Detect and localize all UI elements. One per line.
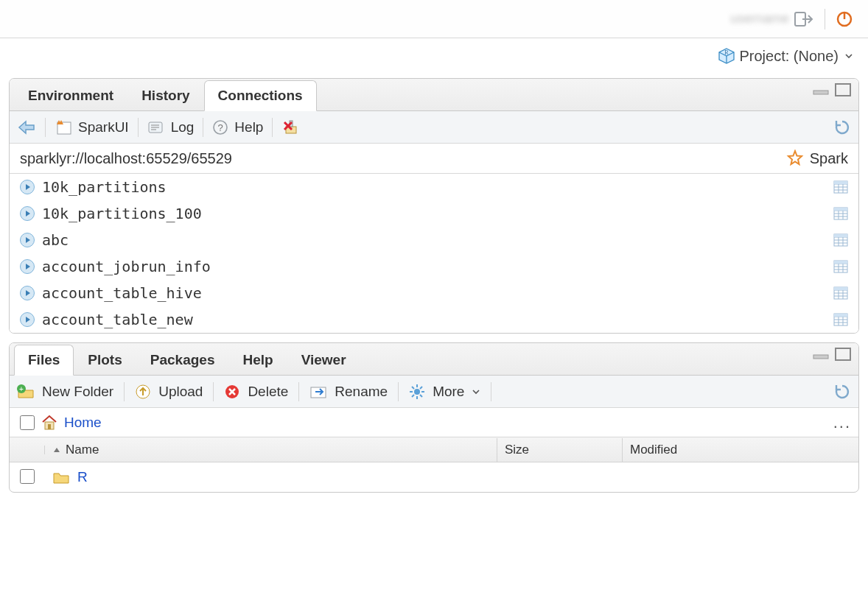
sparkui-button[interactable]: SparkUI xyxy=(78,119,129,135)
table-name: account_table_new xyxy=(42,311,833,328)
log-icon[interactable] xyxy=(147,120,165,135)
file-name-link[interactable]: R xyxy=(77,469,88,485)
svg-text:R: R xyxy=(724,49,729,56)
delete-button[interactable]: Delete xyxy=(248,384,288,400)
table-name: 10k_partitions_100 xyxy=(42,205,833,222)
home-icon[interactable] xyxy=(41,415,58,431)
sign-out-icon[interactable] xyxy=(794,10,814,28)
upload-button[interactable]: Upload xyxy=(158,384,203,400)
gear-icon[interactable] xyxy=(409,384,425,400)
table-name: account_jobrun_info xyxy=(42,258,833,275)
tab-viewer[interactable]: Viewer xyxy=(287,345,360,376)
svg-rect-62 xyxy=(836,348,850,360)
connections-table-list: 10k_partitions10k_partitions_100abcaccou… xyxy=(10,174,858,333)
svg-line-78 xyxy=(412,395,414,397)
tab-environment[interactable]: Environment xyxy=(14,80,127,111)
chevron-down-icon[interactable] xyxy=(844,52,853,60)
power-icon[interactable] xyxy=(836,10,853,28)
breadcrumb-more-icon[interactable]: ... xyxy=(833,413,851,432)
svg-rect-53 xyxy=(834,287,847,290)
new-folder-icon[interactable]: + xyxy=(17,384,35,399)
svg-line-75 xyxy=(412,387,414,389)
tab-packages[interactable]: Packages xyxy=(136,345,229,376)
select-all-checkbox[interactable] xyxy=(20,415,35,430)
column-size[interactable]: Size xyxy=(505,443,529,457)
preview-table-icon[interactable] xyxy=(833,313,848,326)
files-header: Name Size Modified xyxy=(10,437,858,462)
maximize-icon[interactable] xyxy=(835,85,851,95)
table-row[interactable]: account_table_hive xyxy=(10,280,858,306)
expand-icon[interactable] xyxy=(20,259,35,274)
username-label: username xyxy=(730,11,789,27)
project-cube-icon: R xyxy=(718,47,735,65)
files-breadcrumb: Home ... xyxy=(10,408,858,437)
upload-icon[interactable] xyxy=(135,384,151,400)
files-toolbar: + New Folder Upload Delete xyxy=(10,376,858,408)
svg-rect-61 xyxy=(813,355,828,359)
project-bar: R Project: (None) xyxy=(0,38,868,74)
column-modified[interactable]: Modified xyxy=(630,443,677,457)
file-row: R xyxy=(10,462,858,492)
chevron-down-icon[interactable] xyxy=(472,387,480,396)
breadcrumb-home[interactable]: Home xyxy=(64,415,102,431)
table-row[interactable]: account_table_new xyxy=(10,306,858,333)
table-row[interactable]: abc xyxy=(10,227,858,253)
connections-tabstrip: EnvironmentHistoryConnections xyxy=(10,79,858,111)
refresh-icon[interactable] xyxy=(833,383,851,401)
table-row[interactable]: 10k_partitions xyxy=(10,174,858,200)
tab-plots[interactable]: Plots xyxy=(74,345,136,376)
sort-asc-icon[interactable] xyxy=(52,446,61,454)
new-folder-button[interactable]: New Folder xyxy=(42,384,113,400)
connection-type-label: Spark xyxy=(810,150,848,167)
table-row[interactable]: 10k_partitions_100 xyxy=(10,200,858,227)
maximize-icon[interactable] xyxy=(835,349,851,359)
preview-table-icon[interactable] xyxy=(833,286,848,300)
preview-table-icon[interactable] xyxy=(833,260,848,273)
tab-connections[interactable]: Connections xyxy=(204,80,317,111)
expand-icon[interactable] xyxy=(20,206,35,221)
svg-rect-32 xyxy=(834,208,847,211)
expand-icon[interactable] xyxy=(20,233,35,247)
connections-toolbar: SparkUI Log ? Help xyxy=(10,111,858,144)
files-pane: FilesPlotsPackagesHelpViewer + New Folde… xyxy=(9,342,859,493)
more-button[interactable]: More xyxy=(433,384,464,400)
expand-icon[interactable] xyxy=(20,312,35,327)
refresh-icon[interactable] xyxy=(833,119,851,136)
column-name[interactable]: Name xyxy=(66,443,99,457)
svg-rect-6 xyxy=(813,91,828,94)
disconnect-icon[interactable] xyxy=(281,119,301,135)
table-row[interactable]: account_jobrun_info xyxy=(10,253,858,280)
project-label[interactable]: Project: (None) xyxy=(740,48,839,65)
minimize-icon[interactable] xyxy=(813,349,829,359)
back-arrow-icon[interactable] xyxy=(17,119,36,135)
sparkui-icon[interactable] xyxy=(55,119,72,135)
separator xyxy=(825,9,825,29)
tab-help[interactable]: Help xyxy=(228,345,287,376)
svg-text:?: ? xyxy=(218,122,223,133)
preview-table-icon[interactable] xyxy=(833,180,848,194)
rename-icon[interactable] xyxy=(309,384,327,399)
files-list: R xyxy=(10,462,858,492)
svg-rect-80 xyxy=(48,424,51,429)
tab-history[interactable]: History xyxy=(127,80,203,111)
connection-string-bar: sparklyr://localhost:65529/65529 Spark xyxy=(10,144,858,174)
tab-files[interactable]: Files xyxy=(14,345,74,376)
expand-icon[interactable] xyxy=(20,180,35,194)
svg-line-77 xyxy=(420,387,422,389)
spark-star-icon xyxy=(786,149,804,167)
table-name: account_table_hive xyxy=(42,284,833,302)
svg-rect-60 xyxy=(834,314,847,317)
expand-icon[interactable] xyxy=(20,286,35,300)
svg-rect-25 xyxy=(834,181,847,184)
help-button[interactable]: Help xyxy=(234,119,263,135)
table-name: abc xyxy=(42,231,833,249)
preview-table-icon[interactable] xyxy=(833,207,848,220)
log-button[interactable]: Log xyxy=(171,119,195,135)
preview-table-icon[interactable] xyxy=(833,233,848,247)
minimize-icon[interactable] xyxy=(813,85,829,95)
rename-button[interactable]: Rename xyxy=(335,384,388,400)
row-checkbox[interactable] xyxy=(20,469,35,484)
help-icon[interactable]: ? xyxy=(212,119,228,135)
delete-icon[interactable] xyxy=(224,384,240,400)
table-name: 10k_partitions xyxy=(42,178,833,196)
